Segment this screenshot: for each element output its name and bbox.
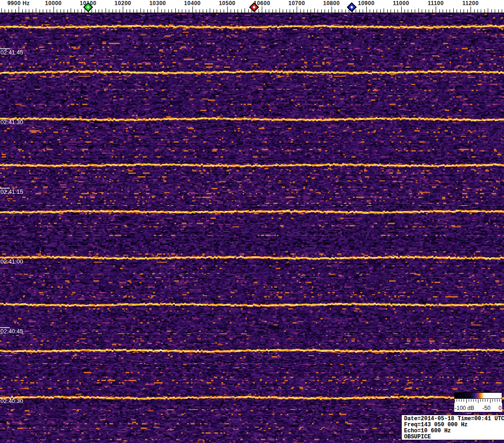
ruler-tick	[95, 9, 96, 13]
ruler-tick	[387, 9, 388, 13]
ruler-tick	[227, 7, 228, 13]
colorbar-tick	[471, 399, 471, 402]
ruler-tick	[36, 8, 36, 13]
ruler-tick	[158, 7, 158, 13]
colorbar-tick	[457, 399, 457, 402]
ruler-tick	[137, 9, 137, 13]
ruler-tick	[8, 9, 9, 13]
colorbar-legend: -100 dB -50 0	[454, 392, 502, 412]
ruler-tick	[391, 9, 391, 13]
ruler-tick	[175, 8, 176, 13]
ruler-tick	[67, 9, 68, 13]
ruler-tick	[380, 9, 381, 13]
ruler-tick	[130, 9, 130, 13]
ruler-tick	[384, 8, 384, 13]
ruler-tick	[363, 9, 363, 13]
ruler-tick	[488, 8, 488, 13]
ruler-tick	[22, 9, 23, 13]
ruler-tick	[304, 9, 304, 13]
ruler-tick	[377, 9, 377, 13]
ruler-tick	[126, 9, 127, 13]
ruler-tick	[498, 9, 499, 13]
ruler-tick	[26, 9, 26, 13]
ruler-tick	[189, 9, 189, 13]
ruler-tick	[328, 9, 329, 13]
ruler-tick	[203, 9, 203, 13]
ruler-tick	[154, 9, 155, 13]
ruler-tick	[71, 8, 71, 13]
ruler-tick	[290, 9, 290, 13]
ruler-tick	[199, 9, 200, 13]
ruler-tick	[85, 9, 85, 13]
ruler-tick	[432, 9, 433, 13]
marker-dot	[86, 6, 90, 9]
ruler-tick	[33, 9, 33, 13]
colorbar-tick	[478, 399, 478, 403]
ruler-tick	[238, 9, 238, 13]
ruler-tick	[321, 9, 322, 13]
colorbar-tick	[476, 399, 476, 402]
ruler-tick	[325, 9, 325, 13]
ruler-tick	[92, 9, 92, 13]
ruler-tick	[318, 9, 318, 13]
ruler-tick-label: 10800	[323, 0, 340, 6]
ruler-tick-label: 11100	[428, 0, 444, 6]
colorbar-gradient	[454, 392, 502, 399]
ruler-tick	[405, 9, 405, 13]
ruler-tick	[446, 9, 447, 13]
marker-diamond-blue[interactable]	[347, 2, 357, 12]
ruler-tick	[123, 7, 123, 13]
ruler-tick	[147, 9, 148, 13]
ruler-tick	[484, 9, 485, 13]
ruler-tick	[5, 9, 5, 13]
ruler-tick	[113, 9, 113, 13]
ruler-tick	[373, 9, 374, 13]
time-axis-label: 02:40:30	[0, 398, 23, 404]
ruler-tick	[297, 7, 297, 13]
colorbar-tick	[497, 399, 497, 402]
ruler-tick-label: 11000	[393, 0, 409, 6]
ruler-tick	[307, 9, 308, 13]
ruler-tick	[116, 9, 116, 13]
ruler-tick	[50, 9, 50, 13]
frequency-ruler[interactable]: 9900 Hz100001010010200103001040010500106…	[0, 0, 504, 13]
ruler-tick-label: 10700	[288, 0, 305, 6]
ruler-tick-label: 9900 Hz	[7, 0, 30, 6]
ruler-tick-label: 10300	[149, 0, 166, 6]
ruler-tick	[19, 7, 19, 13]
ruler-tick	[269, 9, 269, 13]
ruler-tick	[450, 9, 450, 13]
ruler-tick	[60, 9, 61, 13]
ruler-tick	[398, 9, 398, 13]
ruler-tick	[192, 7, 193, 13]
ruler-tick	[471, 7, 471, 13]
ruler-tick	[43, 9, 43, 13]
ruler-tick-label: 10500	[219, 0, 236, 6]
spectrogram-canvas[interactable]	[0, 13, 504, 443]
ruler-tick	[109, 9, 109, 13]
colorbar-tick	[502, 399, 502, 403]
ruler-tick	[366, 7, 367, 13]
ruler-tick	[217, 9, 217, 13]
ruler-tick	[161, 9, 162, 13]
ruler-tick	[443, 9, 443, 13]
ruler-tick	[259, 9, 259, 13]
ruler-tick	[311, 9, 311, 13]
ruler-tick	[74, 9, 75, 13]
ruler-tick	[286, 9, 287, 13]
ruler-tick	[272, 9, 273, 13]
ruler-tick	[140, 8, 141, 13]
ruler-tick	[64, 9, 64, 13]
ruler-tick	[133, 9, 134, 13]
ruler-tick	[481, 9, 481, 13]
ruler-tick-label: 10000	[45, 0, 62, 6]
ruler-tick	[422, 9, 422, 13]
ruler-tick	[182, 9, 182, 13]
colorbar-tick	[495, 399, 495, 402]
ruler-tick	[241, 9, 242, 13]
ruler-tick	[224, 9, 224, 13]
ruler-tick	[12, 9, 12, 13]
ruler-tick	[425, 9, 426, 13]
ruler-tick	[335, 9, 335, 13]
info-line-station: OBSUPICE	[404, 434, 504, 440]
